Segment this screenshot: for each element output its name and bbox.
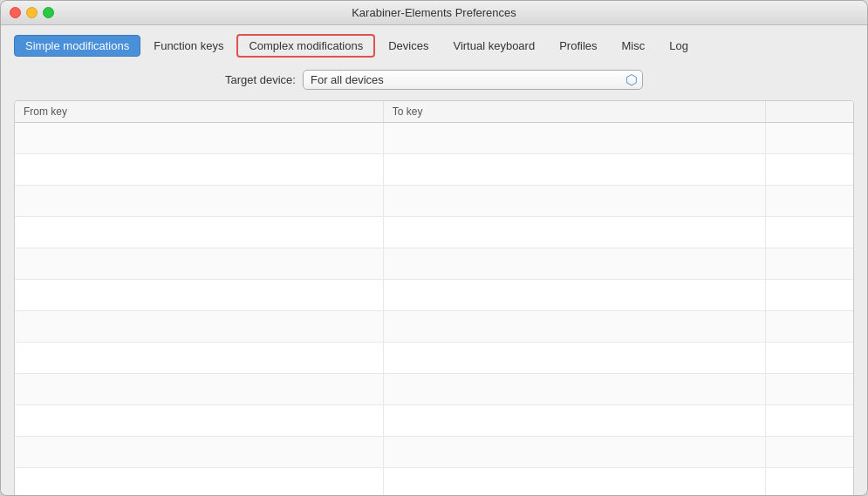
column-action bbox=[766, 101, 853, 122]
cell-from bbox=[15, 437, 384, 467]
table-row bbox=[15, 248, 853, 280]
cell-to bbox=[384, 248, 766, 279]
cell-to bbox=[384, 186, 766, 216]
target-device-label: Target device: bbox=[225, 73, 296, 86]
cell-to bbox=[384, 280, 766, 310]
cell-action bbox=[766, 405, 853, 436]
close-button[interactable] bbox=[10, 7, 21, 18]
tab-simple-modifications[interactable]: Simple modifications bbox=[14, 35, 140, 57]
cell-from bbox=[15, 217, 384, 248]
tab-misc[interactable]: Misc bbox=[611, 35, 657, 57]
tab-bar: Simple modifications Function keys Compl… bbox=[14, 34, 854, 58]
tab-log[interactable]: Log bbox=[658, 35, 700, 57]
cell-action bbox=[766, 311, 853, 342]
cell-from bbox=[15, 154, 384, 185]
cell-to bbox=[384, 123, 766, 153]
cell-to bbox=[384, 154, 766, 185]
table-rows bbox=[15, 123, 853, 496]
maximize-button[interactable] bbox=[43, 7, 54, 18]
table-row bbox=[15, 186, 853, 217]
cell-action bbox=[766, 217, 853, 248]
table-row bbox=[15, 374, 853, 405]
cell-from bbox=[15, 248, 384, 279]
device-select[interactable]: For all devices Built-in Keyboard Extern… bbox=[303, 70, 643, 90]
tab-complex-modifications[interactable]: Complex modifications bbox=[236, 34, 375, 58]
cell-action bbox=[766, 248, 853, 279]
cell-from bbox=[15, 374, 384, 404]
table-row bbox=[15, 437, 853, 468]
table-row bbox=[15, 154, 853, 186]
cell-to bbox=[384, 343, 766, 373]
device-select-wrapper: For all devices Built-in Keyboard Extern… bbox=[303, 70, 643, 90]
cell-from bbox=[15, 311, 384, 342]
tab-profiles[interactable]: Profiles bbox=[548, 35, 608, 57]
cell-action bbox=[766, 154, 853, 185]
tab-virtual-keyboard[interactable]: Virtual keyboard bbox=[441, 35, 546, 57]
cell-to bbox=[384, 405, 766, 436]
title-bar: Karabiner-Elements Preferences bbox=[1, 1, 867, 25]
column-from-key: From key bbox=[15, 101, 384, 122]
table-row bbox=[15, 280, 853, 311]
cell-action bbox=[766, 123, 853, 153]
cell-action bbox=[766, 374, 853, 404]
window-title: Karabiner-Elements Preferences bbox=[352, 6, 516, 19]
table-row bbox=[15, 123, 853, 154]
cell-from bbox=[15, 343, 384, 373]
target-device-row: Target device: For all devices Built-in … bbox=[14, 70, 854, 90]
column-to-key: To key bbox=[384, 101, 766, 122]
cell-action bbox=[766, 343, 853, 373]
table-row bbox=[15, 217, 853, 248]
content-area: Simple modifications Function keys Compl… bbox=[1, 25, 867, 496]
cell-from bbox=[15, 468, 384, 496]
cell-action bbox=[766, 468, 853, 496]
table-row bbox=[15, 311, 853, 343]
cell-from bbox=[15, 280, 384, 310]
tab-function-keys[interactable]: Function keys bbox=[142, 35, 235, 57]
cell-action bbox=[766, 437, 853, 467]
cell-to bbox=[384, 217, 766, 248]
cell-action bbox=[766, 186, 853, 216]
cell-from bbox=[15, 186, 384, 216]
table-row bbox=[15, 343, 853, 374]
cell-from bbox=[15, 405, 384, 436]
table-row bbox=[15, 468, 853, 496]
cell-to bbox=[384, 437, 766, 467]
table-header: From key To key bbox=[15, 101, 853, 123]
minimize-button[interactable] bbox=[26, 7, 38, 18]
tab-devices[interactable]: Devices bbox=[377, 35, 440, 57]
main-window: Karabiner-Elements Preferences Simple mo… bbox=[0, 0, 868, 496]
window-controls bbox=[10, 7, 54, 18]
cell-to bbox=[384, 311, 766, 342]
cell-from bbox=[15, 123, 384, 153]
cell-to bbox=[384, 468, 766, 496]
modifications-table: From key To key bbox=[14, 100, 854, 496]
cell-to bbox=[384, 374, 766, 404]
table-row bbox=[15, 405, 853, 437]
cell-action bbox=[766, 280, 853, 310]
